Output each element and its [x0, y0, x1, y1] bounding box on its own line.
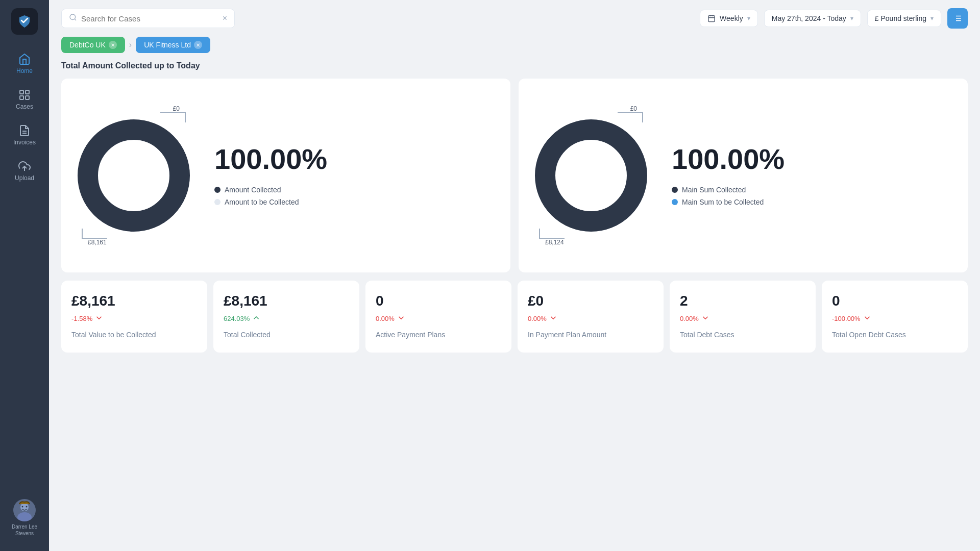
client-tab-debtco[interactable]: DebtCo UK ✕ [61, 37, 125, 53]
search-icon [69, 13, 77, 23]
svg-rect-14 [708, 16, 715, 22]
legend-dot-blue [672, 199, 678, 205]
chart-right-bottom-label: £8,124 [545, 239, 564, 246]
legend-dot-main-dark [672, 187, 678, 193]
sidebar-item-home[interactable]: Home [0, 47, 49, 81]
user-profile[interactable]: Darren Lee Stevens [0, 493, 49, 543]
client-tab-debtco-label: DebtCo UK [69, 41, 106, 49]
svg-rect-3 [26, 96, 29, 99]
chart-right-top-label: £0 [630, 105, 637, 112]
svg-rect-1 [26, 90, 29, 94]
sidebar-item-upload-label: Upload [15, 174, 34, 182]
legend-dot-dark [214, 187, 220, 193]
stat-value-5: 0 [832, 293, 958, 309]
svg-rect-0 [20, 90, 23, 94]
stat-label-0: Total Value to be Collected [71, 330, 197, 340]
stat-change-value-0: -1.58% [71, 315, 92, 322]
legend-label-main-to-collect: Main Sum to be Collected [682, 198, 764, 206]
svg-point-10 [22, 506, 23, 508]
stat-arrow-icon-3 [549, 313, 558, 324]
legend-item-main-collected: Main Sum Collected [672, 186, 785, 194]
search-clear-button[interactable]: × [223, 14, 227, 23]
stat-change-5: -100.00% [832, 313, 958, 324]
search-input[interactable] [81, 14, 218, 23]
stat-card-2: 0 0.00% Active Payment Plans [365, 281, 511, 353]
page-content: DebtCo UK ✕ › UK Fitness Ltd ✕ Total Amo… [49, 37, 980, 551]
filter-button[interactable] [947, 8, 968, 29]
weekly-label: Weekly [720, 14, 743, 22]
stat-label-2: Active Payment Plans [376, 330, 501, 340]
client-tab-ukfitness-label: UK Fitness Ltd [144, 41, 191, 49]
main-content: × Weekly ▾ May 27th, 2024 - Today ▾ £ Po… [49, 0, 980, 551]
stat-change-2: 0.00% [376, 313, 501, 324]
client-tabs: DebtCo UK ✕ › UK Fitness Ltd ✕ [61, 37, 968, 53]
currency-chevron-icon: ▾ [930, 15, 934, 22]
stat-change-4: 0.00% [680, 313, 805, 324]
stat-card-5: 0 -100.00% Total Open Debt Cases [822, 281, 968, 353]
chart-right-legend: Main Sum Collected Main Sum to be Collec… [672, 186, 785, 206]
legend-item-main-to-collect: Main Sum to be Collected [672, 198, 785, 206]
date-range-dropdown[interactable]: May 27th, 2024 - Today ▾ [764, 10, 861, 27]
date-range-label: May 27th, 2024 - Today [772, 14, 846, 22]
chart-left-percentage: 100.00% [214, 145, 327, 173]
chart-left-bottom-label: £8,161 [88, 239, 107, 246]
sidebar-item-cases-label: Cases [16, 103, 33, 110]
chart-right-percentage: 100.00% [672, 145, 785, 173]
currency-dropdown[interactable]: £ Pound sterling ▾ [867, 10, 941, 27]
stat-label-1: Total Collected [224, 330, 349, 340]
breadcrumb-arrow-icon: › [129, 40, 132, 49]
legend-item-collected: Amount Collected [214, 186, 327, 194]
stat-change-value-4: 0.00% [680, 315, 699, 322]
stat-value-3: £0 [528, 293, 653, 309]
app-logo[interactable] [11, 8, 38, 35]
sidebar-nav: Home Cases Invoices [0, 47, 49, 493]
stats-row: £8,161 -1.58% Total Value to be Collecte… [61, 281, 968, 353]
chart-row: £0 £8,161 [61, 79, 968, 272]
section-title: Total Amount Collected up to Today [61, 61, 968, 70]
user-name: Darren Lee Stevens [4, 523, 45, 537]
client-tab-ukfitness[interactable]: UK Fitness Ltd ✕ [136, 37, 210, 53]
chart-left-info: 100.00% Amount Collected Amount to be Co… [214, 145, 327, 206]
stat-change-0: -1.58% [71, 313, 197, 324]
stat-value-0: £8,161 [71, 293, 197, 309]
stat-arrow-icon-4 [701, 313, 710, 324]
sidebar-item-invoices-label: Invoices [13, 139, 36, 146]
date-range-chevron-icon: ▾ [850, 15, 853, 22]
stat-label-4: Total Debt Cases [680, 330, 805, 340]
sidebar-item-cases[interactable]: Cases [0, 83, 49, 116]
search-box[interactable]: × [61, 9, 235, 28]
legend-item-to-collect: Amount to be Collected [214, 198, 327, 206]
avatar [13, 499, 36, 521]
stat-value-4: 2 [680, 293, 805, 309]
legend-label-main-collected: Main Sum Collected [682, 186, 746, 194]
svg-line-13 [75, 19, 76, 20]
chart-card-left: £0 £8,161 [61, 79, 510, 272]
stat-change-value-1: 624.03% [224, 315, 250, 322]
sidebar: Home Cases Invoices [0, 0, 49, 551]
sidebar-item-upload[interactable]: Upload [0, 154, 49, 188]
stat-arrow-icon-0 [94, 313, 104, 324]
stat-change-3: 0.00% [528, 313, 653, 324]
stat-change-value-5: -100.00% [832, 315, 861, 322]
svg-point-25 [106, 147, 162, 204]
weekly-dropdown[interactable]: Weekly ▾ [700, 10, 758, 27]
chart-card-right: £0 £8,124 100.00% [519, 79, 968, 272]
stat-change-value-2: 0.00% [376, 315, 395, 322]
stat-card-0: £8,161 -1.58% Total Value to be Collecte… [61, 281, 207, 353]
topbar-right: Weekly ▾ May 27th, 2024 - Today ▾ £ Poun… [700, 8, 968, 29]
ukfitness-close-icon[interactable]: ✕ [194, 41, 202, 49]
legend-dot-light [214, 199, 220, 205]
stat-change-1: 624.03% [224, 313, 349, 324]
svg-point-11 [26, 506, 28, 508]
chart-left-legend: Amount Collected Amount to be Collected [214, 186, 327, 206]
legend-label-collected: Amount Collected [225, 186, 281, 194]
legend-label-to-collect: Amount to be Collected [225, 198, 299, 206]
currency-label: £ Pound sterling [875, 14, 926, 22]
svg-rect-2 [20, 96, 23, 99]
chart-right-info: 100.00% Main Sum Collected Main Sum to b… [672, 145, 785, 206]
sidebar-item-invoices[interactable]: Invoices [0, 118, 49, 152]
stat-value-2: 0 [376, 293, 501, 309]
stat-change-value-3: 0.00% [528, 315, 547, 322]
stat-arrow-icon-1 [252, 313, 261, 324]
debtco-close-icon[interactable]: ✕ [109, 41, 117, 49]
